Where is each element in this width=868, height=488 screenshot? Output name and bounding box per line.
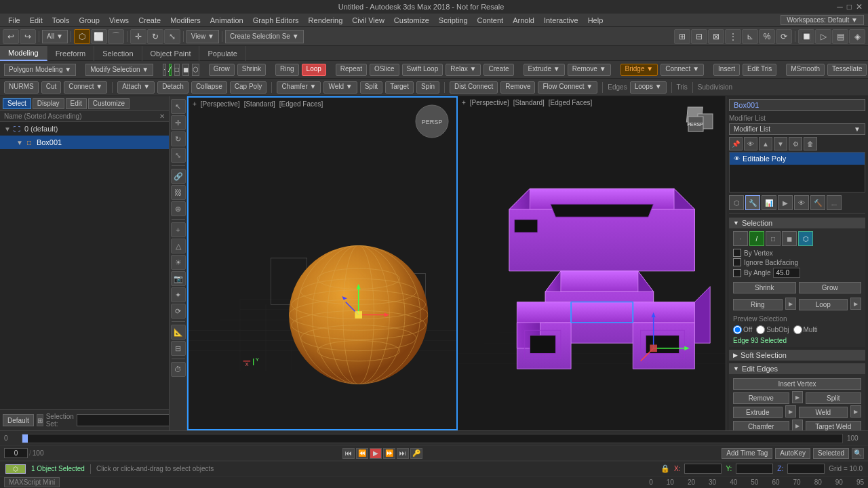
extrude-edge-btn[interactable]: Extrude	[733, 407, 783, 418]
y-coord-input[interactable]: -67.342	[736, 464, 773, 474]
lt-align-btn[interactable]: ⊟	[171, 341, 186, 356]
lt-tape-btn[interactable]: 📐	[171, 325, 186, 340]
extrude-edge-settings[interactable]: ▶	[785, 405, 796, 418]
swift-loop-btn[interactable]: Swift Loop	[402, 64, 443, 76]
insert-vertex-btn[interactable]: Insert Vertex	[733, 378, 861, 390]
scale-btn[interactable]: ⤡	[164, 29, 180, 44]
minimize-btn[interactable]: ─	[837, 2, 843, 12]
timeline-track[interactable]	[22, 434, 843, 443]
nurms-btn[interactable]: NURMS	[4, 81, 39, 94]
menu-interactive[interactable]: Interactive	[540, 16, 583, 24]
scene-customize-btn[interactable]: Customize	[88, 98, 130, 109]
scene-root-item[interactable]: ▼ ⛶ 0 (default)	[0, 122, 169, 136]
go-start-btn[interactable]: ⏮	[342, 448, 355, 459]
shrink-selection-btn[interactable]: Shrink	[733, 282, 796, 293]
spin-btn[interactable]: Spin	[416, 81, 439, 94]
viewport-right[interactable]: + [Perspective] [Standard] [Edged Faces]…	[458, 96, 726, 430]
bridge-btn[interactable]: Bridge ▼	[620, 64, 658, 76]
mirror-btn[interactable]: ⊞	[674, 29, 690, 44]
rotate-btn[interactable]: ↻	[147, 29, 163, 44]
lt-track-view-btn[interactable]: ⏱	[171, 362, 186, 377]
soft-selection-header[interactable]: ▶ Soft Selection	[729, 350, 865, 361]
panel-icon-modifier[interactable]: 🔧	[745, 195, 760, 210]
tab-freeform[interactable]: Freeform	[47, 46, 95, 61]
lt-lights-btn[interactable]: ☀	[171, 255, 186, 270]
snap-toggle-btn[interactable]: ⋮	[725, 29, 741, 44]
attach-btn[interactable]: Attach ▼	[117, 81, 155, 94]
selection-section-header[interactable]: ▼ Selection	[729, 218, 865, 228]
redo-btn[interactable]: ↪	[20, 29, 36, 44]
loops-dropdown-btn[interactable]: Loops ▼	[630, 81, 667, 94]
angle-snap-btn[interactable]: ⊾	[742, 29, 758, 44]
preview-multi-radio[interactable]	[793, 325, 802, 334]
lt-bind-btn[interactable]: ⊕	[171, 201, 186, 216]
freeform-select-btn[interactable]: ⌒	[108, 29, 124, 44]
array-btn[interactable]: ⊠	[708, 29, 724, 44]
weld-btn[interactable]: Weld ▼	[323, 81, 357, 94]
panel-icon-extra[interactable]: ...	[827, 195, 842, 210]
vl-standard[interactable]: [Standard]	[244, 100, 275, 108]
menu-scripting[interactable]: Scripting	[435, 16, 472, 24]
remove2-btn[interactable]: Remove	[500, 81, 535, 94]
go-end-btn[interactable]: ⏭	[397, 448, 409, 459]
edit-tris-btn[interactable]: Edit Tris	[743, 64, 776, 76]
flow-connect-btn[interactable]: Flow Connect ▼	[538, 81, 597, 94]
ring-selection-btn[interactable]: Ring	[733, 299, 783, 310]
menu-content[interactable]: Content	[473, 16, 508, 24]
z-coord-input[interactable]: 31.329	[787, 464, 825, 474]
modifier-dropdown[interactable]: Modifier List▼	[729, 123, 865, 135]
menu-edit[interactable]: Edit	[26, 16, 47, 24]
by-vertex-checkbox[interactable]	[733, 249, 741, 257]
timeline-thumb[interactable]	[22, 434, 28, 443]
spinner-snap-btn[interactable]: ⟳	[776, 29, 792, 44]
render-frame-btn[interactable]: ▤	[832, 29, 848, 44]
weld-edge-settings[interactable]: ▶	[850, 405, 861, 418]
edit-edges-header[interactable]: ▼ Edit Edges	[729, 363, 865, 374]
preview-subobj-radio[interactable]	[756, 325, 765, 334]
ring-btn[interactable]: Ring	[275, 64, 299, 76]
menu-arnold[interactable]: Arnold	[509, 16, 538, 24]
modifier-icon-pin[interactable]: 📌	[729, 137, 743, 150]
vertex-mode-btn[interactable]: ·	[163, 64, 166, 76]
material-editor-btn[interactable]: ◈	[849, 29, 865, 44]
viewport-left[interactable]: + [Perspective] [Standard] [Edged Faces]…	[187, 96, 458, 430]
lt-rotate-btn[interactable]: ↻	[171, 131, 186, 146]
preview-subobj-label[interactable]: SubObj	[756, 325, 789, 334]
repeat-btn[interactable]: Repeat	[336, 64, 367, 76]
render-setup-btn[interactable]: 🔲	[798, 29, 814, 44]
menu-group[interactable]: Group	[75, 16, 104, 24]
modifier-editable-poly[interactable]: 👁 Editable Poly	[730, 152, 865, 165]
loop-selection-btn[interactable]: Loop	[799, 299, 848, 310]
nav-cube-right[interactable]: PERSP	[683, 102, 720, 139]
lt-helpers-btn[interactable]: ✦	[171, 287, 186, 302]
element-icon[interactable]: ⬡	[798, 231, 813, 246]
vl-edged[interactable]: [Edged Faces]	[279, 100, 323, 108]
default-label-btn[interactable]: Default	[3, 414, 34, 426]
vl-plus[interactable]: +	[193, 100, 197, 108]
lt-spacewarps-btn[interactable]: ⟳	[171, 304, 186, 319]
remove-edge-settings[interactable]: ▶	[792, 391, 803, 403]
remove-btn[interactable]: Remove ▼	[568, 64, 611, 76]
undo-btn[interactable]: ↩	[3, 29, 19, 44]
preview-multi-label[interactable]: Multi	[793, 325, 818, 334]
menu-file[interactable]: File	[4, 16, 24, 24]
maximize-btn[interactable]: □	[847, 2, 852, 12]
connect2-btn[interactable]: Connect ▼	[64, 81, 107, 94]
time-config-btn[interactable]: Add Time Tag	[722, 448, 772, 459]
panel-icon-display[interactable]: 👁	[794, 195, 809, 210]
split-edge-btn[interactable]: Split	[806, 392, 862, 404]
select-filter-dropdown[interactable]: All ▼	[42, 30, 68, 43]
tab-selection[interactable]: Selection	[94, 46, 142, 61]
modifier-icon-move-up[interactable]: ▲	[759, 137, 772, 150]
vr-standard[interactable]: [Standard]	[513, 99, 545, 106]
scene-explorer-close[interactable]: ✕	[159, 113, 165, 120]
panel-icon-hierarchy[interactable]: 📊	[762, 195, 776, 210]
lt-shapes-btn[interactable]: △	[171, 239, 186, 253]
modifier-icon-delete[interactable]: 🗑	[804, 137, 817, 150]
menu-customize[interactable]: Customize	[390, 16, 433, 24]
target-btn[interactable]: Target	[385, 81, 414, 94]
nav-cube-left[interactable]: PERSP	[414, 103, 451, 140]
poly-mode-btn[interactable]: ◼	[182, 64, 189, 76]
panel-icon-utility[interactable]: 🔨	[810, 195, 825, 210]
menu-tools[interactable]: Tools	[48, 16, 74, 24]
